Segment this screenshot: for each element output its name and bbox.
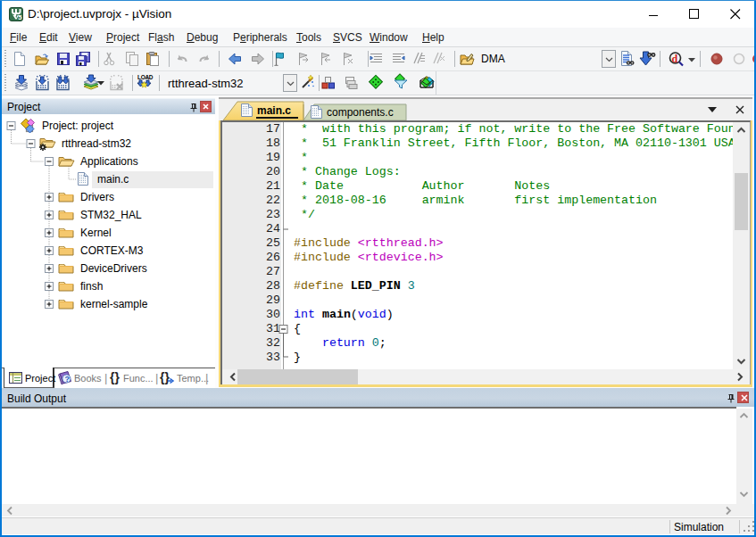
svg-text:d: d bbox=[672, 53, 678, 65]
svg-text:LOAD: LOAD bbox=[137, 74, 154, 80]
svg-text:5: 5 bbox=[18, 13, 21, 21]
svg-text:?: ? bbox=[64, 375, 70, 384]
